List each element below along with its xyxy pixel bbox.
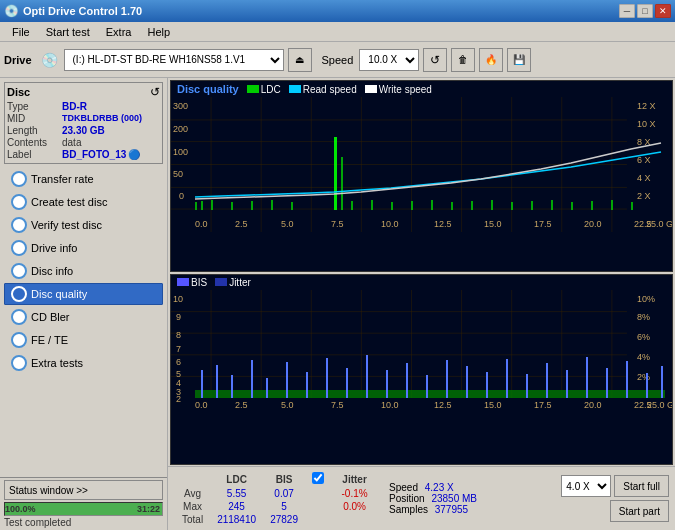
svg-rect-113	[426, 375, 428, 398]
svg-text:300: 300	[173, 101, 188, 111]
nav-fe-te[interactable]: FE / TE	[4, 329, 163, 351]
drive-select[interactable]: (I:) HL-DT-ST BD-RE WH16NS58 1.V1	[64, 49, 284, 71]
stats-max-row: Max 245 5 0.0%	[176, 501, 377, 512]
svg-text:6: 6	[176, 357, 181, 367]
start-full-button[interactable]: Start full	[614, 475, 669, 497]
chart2-panel: BIS Jitter	[170, 274, 673, 466]
nav-icon-disc-quality	[11, 286, 27, 302]
nav-verify-test-disc[interactable]: Verify test disc	[4, 214, 163, 236]
maximize-button[interactable]: □	[637, 4, 653, 18]
stats-max-jitter: 0.0%	[332, 501, 377, 512]
svg-text:7: 7	[176, 344, 181, 354]
speed-select[interactable]: 10.0 X	[359, 49, 419, 71]
menu-file[interactable]: File	[4, 24, 38, 40]
svg-rect-105	[266, 378, 268, 398]
legend-read-speed: Read speed	[289, 84, 357, 95]
nav-extra-tests[interactable]: Extra tests	[4, 352, 163, 374]
nav-create-test-disc[interactable]: Create test disc	[4, 191, 163, 213]
disc-refresh-icon[interactable]: ↺	[150, 85, 160, 99]
start-part-button[interactable]: Start part	[610, 500, 669, 522]
title-bar-controls: ─ □ ✕	[619, 4, 671, 18]
disc-type-key: Type	[7, 101, 62, 112]
sidebar-nav: Transfer rate Create test disc Verify te…	[0, 166, 167, 477]
svg-text:8%: 8%	[637, 312, 650, 322]
svg-rect-43	[291, 202, 293, 210]
stats-table: LDC BIS Jitter Avg 5.55 0.07 -0.1% Max	[174, 470, 379, 527]
svg-rect-102	[216, 365, 218, 398]
svg-rect-58	[591, 201, 593, 210]
svg-rect-53	[491, 200, 493, 210]
legend-jitter: Jitter	[215, 277, 251, 288]
svg-rect-120	[566, 370, 568, 398]
stats-checkbox-cell	[306, 472, 330, 486]
svg-rect-38	[201, 201, 203, 210]
stats-total-jitter	[332, 514, 377, 525]
svg-text:10%: 10%	[637, 294, 655, 304]
speed-btn-row: 4.0 X Start full	[561, 475, 669, 497]
svg-text:2.5: 2.5	[235, 219, 248, 229]
chart1-svg: 300 200 100 50 0 0.0 2.5 5.0 7.5 10.0 12…	[171, 97, 672, 232]
svg-text:17.5: 17.5	[534, 219, 552, 229]
eject-button[interactable]: ⏏	[288, 48, 312, 72]
svg-text:6 X: 6 X	[637, 155, 651, 165]
chart1-panel: Disc quality LDC Read speed Write speed	[170, 80, 673, 272]
disc-contents-val: data	[62, 137, 81, 148]
legend-ldc-color	[247, 85, 259, 93]
disc-length-row: Length 23.30 GB	[7, 125, 160, 136]
svg-text:2.5: 2.5	[235, 400, 248, 410]
close-button[interactable]: ✕	[655, 4, 671, 18]
progress-time: 31:22	[137, 504, 162, 514]
chart1-title: Disc quality	[177, 83, 239, 95]
stats-max-ldc: 245	[211, 501, 262, 512]
samples-row: Samples 377955	[389, 504, 477, 515]
nav-icon-fe-te	[11, 332, 27, 348]
status-window-button[interactable]: Status window >>	[4, 480, 163, 500]
drive-icon: 💿	[40, 50, 60, 70]
disc-contents-row: Contents data	[7, 137, 160, 148]
svg-text:2: 2	[176, 394, 181, 404]
menu-extra[interactable]: Extra	[98, 24, 140, 40]
legend-jitter-label: Jitter	[229, 277, 251, 288]
legend-write-speed-color	[365, 85, 377, 93]
stats-total-bis: 27829	[264, 514, 304, 525]
samples-val: 377955	[435, 504, 468, 515]
refresh-button[interactable]: ↺	[423, 48, 447, 72]
nav-drive-info[interactable]: Drive info	[4, 237, 163, 259]
svg-rect-41	[251, 201, 253, 210]
minimize-button[interactable]: ─	[619, 4, 635, 18]
burn-button[interactable]: 🔥	[479, 48, 503, 72]
legend-bis-color	[177, 278, 189, 286]
svg-rect-115	[466, 366, 468, 398]
svg-text:7.5: 7.5	[331, 219, 344, 229]
nav-icon-drive-info	[11, 240, 27, 256]
nav-disc-quality[interactable]: Disc quality	[4, 283, 163, 305]
svg-rect-37	[195, 202, 197, 210]
svg-text:12 X: 12 X	[637, 101, 656, 111]
nav-transfer-rate[interactable]: Transfer rate	[4, 168, 163, 190]
disc-label-icon[interactable]: 🔵	[128, 149, 140, 160]
nav-label-verify-test-disc: Verify test disc	[31, 219, 102, 231]
stats-avg-empty	[306, 488, 330, 499]
jitter-checkbox[interactable]	[312, 472, 324, 484]
speed-select2[interactable]: 4.0 X	[561, 475, 611, 497]
svg-text:5.0: 5.0	[281, 400, 294, 410]
svg-text:10.0: 10.0	[381, 400, 399, 410]
nav-disc-info[interactable]: Disc info	[4, 260, 163, 282]
svg-text:20.0: 20.0	[584, 400, 602, 410]
svg-text:100: 100	[173, 147, 188, 157]
erase-button[interactable]: 🗑	[451, 48, 475, 72]
menu-help[interactable]: Help	[139, 24, 178, 40]
save-button[interactable]: 💾	[507, 48, 531, 72]
svg-rect-104	[251, 360, 253, 398]
speed-row: Speed 4.23 X	[389, 482, 477, 493]
svg-text:10: 10	[173, 294, 183, 304]
chart1-header: Disc quality LDC Read speed Write speed	[171, 81, 672, 97]
svg-rect-103	[231, 375, 233, 398]
nav-icon-extra-tests	[11, 355, 27, 371]
nav-cd-bler[interactable]: CD Bler	[4, 306, 163, 328]
svg-rect-109	[346, 368, 348, 398]
progress-percent: 100.0%	[5, 504, 36, 514]
menu-start-test[interactable]: Start test	[38, 24, 98, 40]
speed-key: Speed	[389, 482, 418, 493]
svg-rect-125	[661, 366, 663, 398]
